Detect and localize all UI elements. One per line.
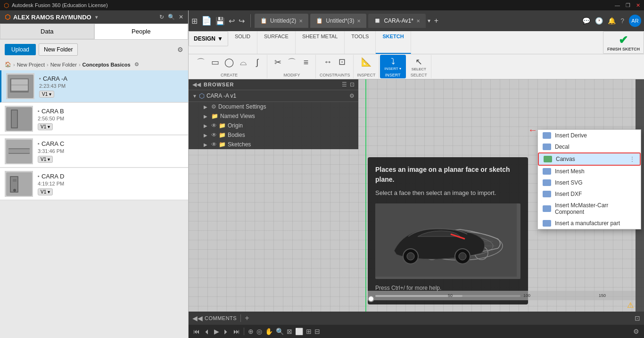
- add-tab-button[interactable]: +: [434, 17, 438, 25]
- comments-icon[interactable]: 💬: [582, 17, 590, 25]
- user-avatar[interactable]: AR: [629, 15, 641, 27]
- skip-start-icon[interactable]: ⏮: [193, 328, 200, 335]
- design-button[interactable]: DESIGN ▼: [189, 31, 228, 46]
- grid-icon[interactable]: ⊞: [306, 328, 312, 335]
- root-settings-icon[interactable]: ⚙: [349, 93, 355, 99]
- eye-icon[interactable]: 👁: [211, 141, 217, 148]
- more-options-icon[interactable]: ⋮: [629, 156, 635, 162]
- tab-cara-av1[interactable]: 🔲 CARA-Av1* ✕: [368, 14, 425, 28]
- tab-sheet-metal[interactable]: SHEET METAL: [296, 31, 345, 54]
- people-tab[interactable]: People: [94, 24, 189, 39]
- folder-settings-icon[interactable]: ⚙: [177, 46, 183, 53]
- browser-item-sketches[interactable]: ▶ 👁 📁 Sketches: [189, 140, 358, 149]
- file-version[interactable]: V1 ▾: [38, 123, 53, 130]
- close-button[interactable]: ✕: [636, 2, 640, 8]
- save-icon[interactable]: 💾: [215, 17, 225, 25]
- display-icon[interactable]: ⬜: [295, 328, 303, 335]
- browser-item-doc-settings[interactable]: ▶ ⚙ Document Settings: [189, 102, 358, 111]
- upload-button[interactable]: Upload: [5, 44, 36, 55]
- breadcrumb-new-project[interactable]: New Project: [17, 62, 45, 68]
- refresh-icon[interactable]: ↻: [159, 14, 164, 20]
- tab-nav-dropdown[interactable]: ▾: [428, 17, 430, 24]
- tab-tools[interactable]: TOOLS: [345, 31, 376, 54]
- play-icon[interactable]: ▶: [214, 328, 219, 335]
- circle-tool-button[interactable]: ◯: [223, 56, 236, 68]
- insert-button[interactable]: ⤵ INSERT ▾: [383, 56, 403, 72]
- zoom-icon[interactable]: 🔍: [276, 328, 284, 335]
- history-icon[interactable]: 🕐: [595, 17, 603, 25]
- tab-solid[interactable]: SOLID: [228, 31, 257, 54]
- step-forward-icon[interactable]: ⏵: [223, 328, 230, 335]
- browser-item-bodies[interactable]: ▶ 👁 📁 Bodies: [189, 130, 358, 140]
- eye-icon[interactable]: 👁: [211, 132, 217, 138]
- skip-end-icon[interactable]: ⏭: [233, 328, 240, 335]
- browser-root-item[interactable]: ▼ ⬡ CARA -A v1 ⚙: [189, 90, 358, 102]
- tab-untitled2[interactable]: 📋 Untitled(2) ✕: [255, 14, 308, 28]
- chevron-down-icon[interactable]: ▼: [94, 15, 99, 20]
- expand-comments-icon[interactable]: ⊡: [635, 314, 640, 322]
- tab-close-button[interactable]: ✕: [357, 18, 361, 24]
- settings-icon[interactable]: ⚙: [633, 328, 639, 335]
- list-item[interactable]: ▪ CARA C 3:31:46 PM V1 ▾: [0, 135, 188, 168]
- maximize-button[interactable]: ❐: [626, 2, 630, 8]
- browser-item-named-views[interactable]: ▶ 📁 Named Views: [189, 111, 358, 121]
- select-button[interactable]: ↖ SELECT: [410, 56, 428, 72]
- list-item[interactable]: ▪ CARA -A 2:23:43 PM V1 ▾: [0, 70, 188, 102]
- collapse-comments-icon[interactable]: ◀◀: [192, 314, 203, 322]
- breadcrumb-home-icon[interactable]: 🏠: [5, 61, 11, 68]
- insert-dxf-item[interactable]: Insert DXF: [538, 188, 641, 200]
- tab-close-button[interactable]: ✕: [416, 18, 420, 24]
- finish-sketch-button[interactable]: ✔ FINISH SKETCH: [603, 31, 644, 54]
- tab-close-button[interactable]: ✕: [299, 18, 303, 24]
- eye-icon[interactable]: 👁: [211, 122, 217, 129]
- look-at-icon[interactable]: ◎: [256, 328, 262, 335]
- file-version[interactable]: V1 ▾: [38, 156, 53, 163]
- redo-icon[interactable]: ↪: [239, 17, 245, 25]
- grid-menu-icon[interactable]: ⊞: [191, 17, 198, 25]
- tab-untitled3[interactable]: 📋 Untitled*(3) ✕: [310, 14, 366, 28]
- new-folder-button[interactable]: New Folder: [39, 43, 78, 56]
- breadcrumb-new-folder[interactable]: New Folder: [50, 62, 77, 68]
- add-comment-icon[interactable]: +: [245, 314, 249, 322]
- collapse-browser-icon[interactable]: ◀◀: [192, 81, 201, 88]
- canvas-item[interactable]: Canvas ⋮: [538, 152, 641, 166]
- measure-tool-button[interactable]: 📐: [359, 56, 373, 68]
- minimize-button[interactable]: —: [615, 2, 620, 8]
- browser-menu-icon[interactable]: ☰: [342, 81, 347, 88]
- view-icon[interactable]: ⊟: [314, 328, 320, 335]
- list-item[interactable]: ▪ CARA D 4:19:12 PM V1 ▾: [0, 168, 188, 200]
- step-back-icon[interactable]: ⏴: [204, 328, 210, 335]
- trim-tool-button[interactable]: ✂: [271, 56, 284, 68]
- browser-collapse-icon[interactable]: ⊡: [350, 81, 355, 88]
- line-tool-button[interactable]: ⌒: [194, 56, 207, 69]
- canvas-area[interactable]: ◀◀ BROWSER ☰ ⊡ ▼ ⬡ CARA -A v1 ⚙: [189, 79, 644, 312]
- tab-surface[interactable]: SURFACE: [257, 31, 296, 54]
- file-icon[interactable]: 📄: [201, 16, 212, 26]
- help-icon[interactable]: ?: [620, 17, 624, 25]
- insert-svg-item[interactable]: Insert SVG: [538, 177, 641, 188]
- spline-tool-button[interactable]: ∫: [251, 57, 264, 68]
- arc-tool-button[interactable]: ⌓: [237, 57, 250, 68]
- close-panel-icon[interactable]: ✕: [179, 14, 183, 20]
- breadcrumb-settings-icon[interactable]: ⚙: [134, 61, 139, 68]
- offset-tool-button[interactable]: ≡: [299, 57, 313, 68]
- orbit-icon[interactable]: ⊕: [248, 328, 254, 335]
- rect-tool-button[interactable]: ▭: [208, 56, 222, 68]
- file-version[interactable]: V1 ▾: [38, 188, 53, 195]
- pan-icon[interactable]: ✋: [265, 328, 273, 335]
- insert-manufacturer-item[interactable]: Insert a manufacturer part: [538, 218, 641, 229]
- decal-item[interactable]: Decal: [538, 141, 641, 152]
- browser-item-origin[interactable]: ▶ 👁 📁 Origin: [189, 121, 358, 130]
- list-item[interactable]: ▪ CARA B 2:56:50 PM V1 ▾: [0, 103, 188, 135]
- insert-mesh-item[interactable]: Insert Mesh: [538, 166, 641, 177]
- search-icon[interactable]: 🔍: [168, 14, 175, 20]
- data-tab[interactable]: Data: [0, 24, 94, 39]
- fit-icon[interactable]: ⊠: [287, 328, 292, 335]
- notification-icon[interactable]: 🔔: [608, 17, 616, 25]
- insert-derive-item[interactable]: Insert Derive: [538, 130, 641, 141]
- undo-icon[interactable]: ↩: [229, 17, 235, 25]
- file-version[interactable]: V1 ▾: [39, 91, 54, 98]
- tab-sketch[interactable]: SKETCH: [376, 31, 411, 54]
- fix-tool-button[interactable]: ⊡: [335, 56, 348, 68]
- dimension-tool-button[interactable]: ↔: [321, 56, 334, 68]
